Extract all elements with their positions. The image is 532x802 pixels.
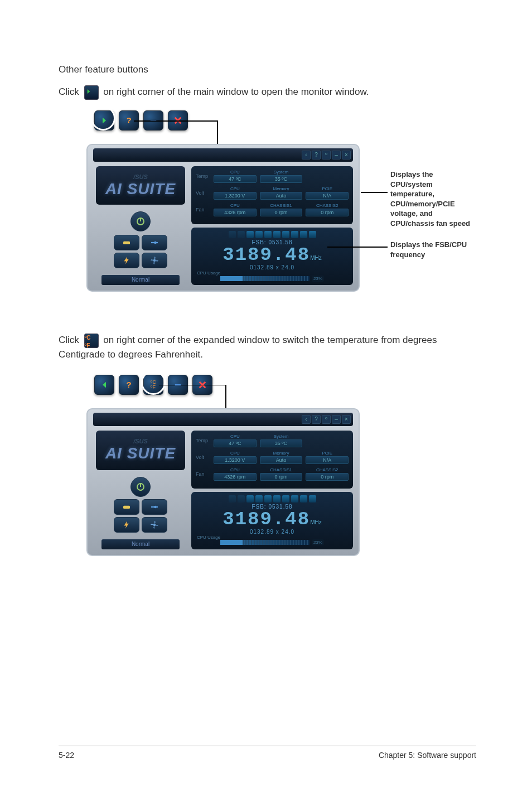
energy-icon[interactable] [114,517,139,533]
help-icon[interactable]: ? [119,375,139,395]
multiplier-line: 0132.89 x 24.0 [250,264,294,270]
load-blocks [229,495,316,503]
volt-row: Volt CPU1.3200 V MemoryAuto PCIEN/A [196,451,349,464]
stat-value: 0 rpm [260,209,303,216]
cpu-usage-label: CPU Usage [197,270,347,276]
stat-value: 47 ºC [214,439,257,447]
profile-label: Normal [101,275,180,285]
stat-value: N/A [306,456,349,464]
figure-2: ? ºCºF ‹ ? º – × /SUS AI SUITE [86,373,476,556]
row-label: Temp [196,173,210,179]
mini-temp-icon[interactable]: º [322,415,331,424]
ai-suite-panel-2: ‹ ? º – × /SUS AI SUITE Nor [86,408,360,556]
mini-temp-icon[interactable]: º [322,151,331,160]
logo-box: /SUS AI SUITE [96,166,185,205]
svg-rect-3 [123,241,130,244]
col-header: CHASSIS2 [306,467,349,472]
tuner-icon[interactable] [114,235,139,250]
volt-row: Volt CPU1.3200 V MemoryAuto PCIEN/A [196,186,349,200]
fan-icon[interactable] [142,253,167,268]
svg-point-4 [154,241,157,244]
slider-icon[interactable] [142,499,167,515]
leader-line [225,385,226,412]
mini-minimize-icon[interactable]: – [332,415,341,424]
mini-back-icon[interactable]: ‹ [302,415,311,424]
tuner-icon[interactable] [114,499,139,515]
para2-pre: Click [59,335,82,345]
panel-left-column: /SUS AI SUITE Normal [93,166,188,285]
cpu-usage-bar: 23% [220,276,324,281]
stat-value: 35 ºC [260,175,303,183]
panel-right-column: Temp CPU47 ºC System35 ºC .. Volt CPU1.3… [191,431,353,549]
tool-cluster [96,475,185,535]
stat-value: 0 rpm [260,473,303,481]
stats-box: Temp CPU47 ºC System35 ºC .. Volt CPU1.3… [191,431,353,489]
power-icon[interactable] [130,211,151,231]
col-header: CPU [214,170,257,175]
col-header: CHASSIS1 [260,467,303,472]
col-header: CHASSIS1 [260,203,303,208]
tool-cluster [96,209,185,270]
cpu-frequency: 3189.48 [223,245,310,264]
load-blocks [229,231,316,238]
page-number: 5-22 [59,751,74,760]
col-header: CHASSIS2 [306,203,349,208]
brand-label: /SUS [133,173,148,180]
leader-line [159,385,226,386]
row-label: Volt [196,455,210,460]
expand-left-icon[interactable] [94,375,114,395]
mini-back-icon[interactable]: ‹ [302,151,311,160]
stat-value: 4326 rpm [214,473,257,481]
mini-close-icon[interactable]: × [342,151,351,160]
cpu-frequency: 3189.48 [223,510,310,529]
page-footer: 5-22 Chapter 5: Software support [59,746,476,760]
energy-icon[interactable] [114,253,139,268]
col-header: CPU [214,186,257,191]
svg-point-10 [154,506,157,509]
fan-icon[interactable] [142,517,167,533]
fan-row: Fan CPU4326 rpm CHASSIS10 rpm CHASSIS20 … [196,203,349,216]
stats-box: Temp CPU47 ºC System35 ºC .. Volt CPU1.3… [191,166,353,224]
svg-point-11 [153,524,156,526]
paragraph-1: Click on right corner of the main window… [59,85,476,100]
col-header: CPU [214,467,257,472]
mini-help-icon[interactable]: ? [312,151,321,160]
col-header: PCIE [306,186,349,191]
callout-stats: Displays the CPU/system temperature, CPU… [390,170,476,228]
col-header: CPU [214,203,257,208]
right-arrow-icon [84,85,99,100]
para1-pre: Click [59,86,82,97]
power-icon[interactable] [130,477,151,497]
mini-close-icon[interactable]: × [342,415,351,424]
leader-line [217,120,218,147]
panel-left-column: /SUS AI SUITE Normal [93,431,188,549]
paragraph-2: Click ºCºF on right corner of the expand… [59,334,476,361]
suite-label: AI SUITE [105,180,176,198]
stat-value: N/A [306,192,349,200]
multiplier-line: 0132.89 x 24.0 [250,529,294,535]
temp-row: Temp CPU47 ºC System35 ºC .. [196,170,349,183]
cpu-usage-bar: 23% [220,540,324,545]
mini-help-icon[interactable]: ? [312,415,321,424]
col-header: System [260,434,303,439]
cpu-usage-pct: 23% [312,539,324,545]
para1-post: on right corner of the main window to op… [103,86,369,97]
row-label: Fan [196,471,210,477]
panel-window-controls: ‹ ? º – × [93,413,353,426]
panel-right-column: Temp CPU47 ºC System35 ºC .. Volt CPU1.3… [191,166,353,285]
leader-line [361,192,388,193]
col-header: System [260,170,303,175]
para2-post: on right corner of the expanded window t… [59,335,437,360]
stat-value: 1.3200 V [214,456,257,464]
brand-label: /SUS [133,438,148,445]
svg-text:?: ? [127,380,132,389]
row-label: Fan [196,207,210,212]
leader-line [327,247,388,248]
mini-minimize-icon[interactable]: – [332,151,341,160]
row-label: Volt [196,190,210,196]
slider-icon[interactable] [142,235,167,250]
frequency-box: FSB: 0531.58 3189.48 MHz 0132.89 x 24.0 … [191,228,353,285]
stat-value: 0 rpm [306,473,349,481]
expand-right-icon[interactable] [94,110,114,131]
stat-value: Auto [260,192,303,200]
